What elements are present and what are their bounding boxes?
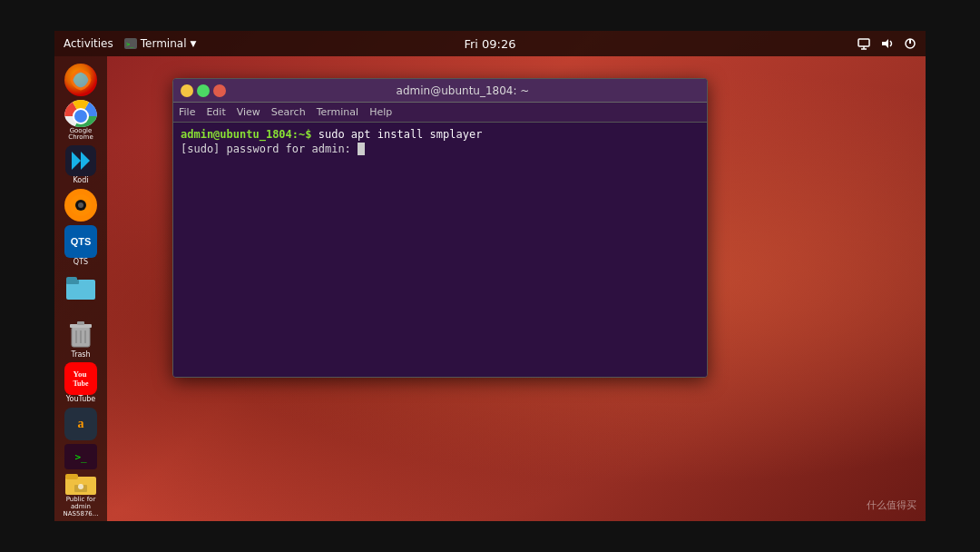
sidebar-item-rhythmbox[interactable]	[60, 189, 102, 222]
sidebar-bottom	[60, 518, 102, 521]
menu-view[interactable]: View	[237, 106, 260, 118]
sidebar-item-chrome[interactable]: GoogleChrome	[60, 100, 102, 142]
watermark: 什么值得买	[867, 498, 916, 512]
terminal-panel-arrow: ▼	[190, 39, 196, 48]
amazon-icon: a	[64, 408, 97, 440]
sidebar-item-qts[interactable]: QTS QTS	[60, 225, 102, 267]
sidebar-item-files[interactable]	[60, 271, 102, 303]
menu-edit[interactable]: Edit	[206, 106, 225, 118]
menu-help[interactable]: Help	[369, 106, 392, 118]
sidebar-item-youtube[interactable]: YouTube YouTube	[60, 362, 102, 404]
panel-right	[857, 37, 916, 50]
sidebar-item-amazon[interactable]: a	[60, 408, 102, 440]
youtube-icon: YouTube	[64, 362, 97, 395]
terminal-indicator[interactable]: >_ Terminal ▼	[124, 37, 197, 50]
top-panel: Activities >_ Terminal ▼ Fri 09:26	[54, 31, 926, 56]
menu-file[interactable]: File	[179, 106, 195, 118]
terminal-command: sudo apt install smplayer	[318, 128, 483, 141]
terminal-window[interactable]: admin@ubuntu_1804: ~ File Edit View Sear…	[172, 78, 708, 378]
svg-rect-19	[66, 277, 77, 282]
svg-marker-12	[72, 152, 81, 170]
window-controls	[181, 84, 226, 97]
firefox-icon	[64, 64, 97, 96]
panel-left: Activities >_ Terminal ▼	[64, 37, 196, 50]
panel-datetime: Fri 09:26	[464, 37, 515, 51]
monitor: Activities >_ Terminal ▼ Fri 09:26	[0, 0, 980, 552]
terminal-panel-label: Terminal	[141, 37, 187, 50]
kodi-icon	[65, 145, 96, 176]
terminal-icon: >_	[64, 444, 97, 469]
power-icon[interactable]	[904, 37, 916, 50]
public-label: Public foradminNAS5876...	[64, 497, 99, 518]
terminal-titlebar: admin@ubuntu_1804: ~	[173, 79, 707, 103]
unity-sidebar: GoogleChrome Kodi	[54, 56, 107, 521]
qts-label: QTS	[74, 259, 88, 267]
terminal-body[interactable]: admin@ubuntu_1804:~$ sudo apt install sm…	[173, 123, 707, 377]
files-icon	[64, 271, 97, 303]
svg-marker-13	[81, 152, 90, 170]
kodi-label: Kodi	[73, 177, 88, 185]
activities-button[interactable]: Activities	[64, 37, 113, 50]
svg-point-11	[74, 110, 87, 123]
terminal-cursor	[358, 143, 365, 155]
sidebar-item-trash[interactable]: Trash	[60, 318, 102, 360]
svg-rect-22	[77, 321, 84, 325]
svg-point-29	[78, 484, 83, 489]
svg-point-16	[78, 202, 83, 208]
svg-rect-27	[65, 474, 78, 479]
trash-label: Trash	[71, 351, 90, 360]
terminal-line2: [sudo] password for admin:	[181, 143, 700, 155]
terminal-prompt: admin@ubuntu_1804:~$	[181, 128, 312, 141]
maximize-button[interactable]	[197, 84, 210, 97]
chrome-icon	[64, 100, 97, 127]
volume-icon[interactable]	[880, 37, 895, 50]
minimize-button[interactable]	[181, 84, 193, 97]
svg-rect-2	[858, 39, 869, 46]
sidebar-item-public[interactable]: Public foradminNAS5876...	[60, 473, 102, 515]
sidebar-item-firefox[interactable]	[60, 64, 102, 96]
svg-text:>_: >_	[126, 41, 134, 48]
network-icon[interactable]	[857, 37, 871, 50]
chrome-label: GoogleChrome	[68, 128, 93, 142]
folder-public-icon	[64, 470, 97, 496]
menu-search[interactable]: Search	[271, 106, 306, 118]
youtube-label: YouTube	[66, 396, 96, 404]
svg-marker-5	[882, 39, 888, 48]
trash-icon	[64, 318, 97, 350]
screen: Activities >_ Terminal ▼ Fri 09:26	[54, 31, 926, 521]
sidebar-item-kodi[interactable]: Kodi	[60, 145, 102, 185]
terminal-menubar: File Edit View Search Terminal Help	[173, 103, 707, 123]
qts-icon: QTS	[64, 225, 97, 258]
rhythmbox-icon	[64, 189, 97, 222]
terminal-window-title: admin@ubuntu_1804: ~	[226, 84, 700, 97]
terminal-panel-icon: >_	[124, 38, 137, 49]
sidebar-item-terminal[interactable]: >_	[60, 444, 102, 469]
menu-terminal[interactable]: Terminal	[317, 106, 359, 118]
close-button[interactable]	[213, 84, 226, 97]
